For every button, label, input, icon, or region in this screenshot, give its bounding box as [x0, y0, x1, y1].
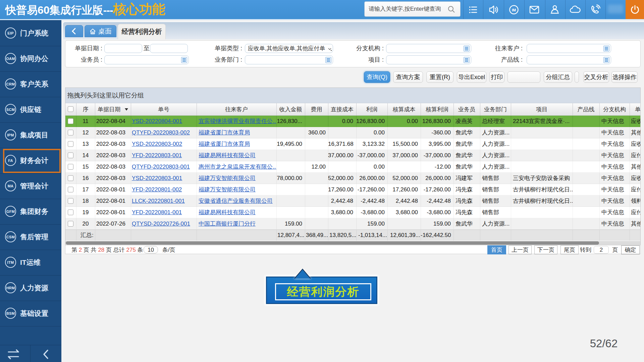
svg-text:IM: IM [512, 8, 516, 12]
